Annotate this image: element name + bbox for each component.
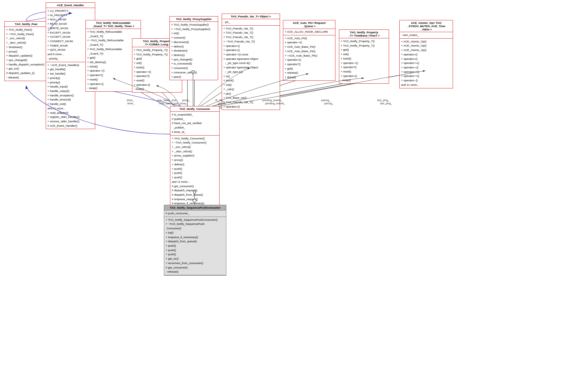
label-last-ping: last_ping_ bbox=[380, 102, 392, 105]
box-tao-notify-proxy-supplier: TAO_Notify_ProxySupplier + TAO_Notify_Pr… bbox=[169, 16, 218, 80]
box-tao-notify-peer: TAO_Notify_Peer + TAO_Notify_Peer() + ~T… bbox=[4, 21, 48, 81]
box-title-tao-notify-peer: TAO_Notify_Peer bbox=[5, 22, 48, 27]
box-section-pseudo-var-methods: + TAO_Pseudo_Var_T() + TAO_Pseudo_Var_T(… bbox=[222, 26, 280, 110]
box-title-refcountable-guard: TAO_Notify_Refcountable_Guard_T< TAO_Not… bbox=[86, 20, 141, 29]
box-title-proxy-supplier: TAO_Notify_ProxySupplier bbox=[170, 17, 218, 22]
box-title-consumer: TAO_Notify_Consumer bbox=[170, 106, 219, 112]
box-section-tao-notify-peer-methods: + TAO_Notify_Peer() + ~TAO_Notify_Peer()… bbox=[5, 27, 48, 81]
box-section-proxy-supplier-methods: + TAO_Notify_ProxySupplier() + ~TAO_Noti… bbox=[170, 22, 218, 80]
box-tao-notify-property-timebase: TAO_Notify_Property_T< TimeBase::TimeT >… bbox=[339, 29, 389, 84]
label-timer: timer_ bbox=[127, 102, 135, 105]
box-section-ace-auto-ptr-attrs: + ACE_ALLOC_HOOK_DECLARE bbox=[283, 29, 335, 35]
box-section-seq-push-consumer-attrs: # push_consumer_ bbox=[164, 210, 226, 217]
box-section-property-timebase-methods: + TAO_Notify_Property_T() + TAO_Notify_P… bbox=[339, 38, 389, 83]
box-section-ace-atomic-op-methods: + ACE_Atomic_Op() + ACE_Atomic_Op() + AC… bbox=[400, 39, 453, 88]
box-title-property-timebase: TAO_Notify_Property_T< TimeBase::TimeT > bbox=[339, 30, 389, 38]
box-section-consumer-attrs: # is_suspended_ # publish_ # have_not_ye… bbox=[170, 112, 219, 136]
label-rtt-obj: rtt_obj_ bbox=[218, 102, 227, 105]
label-pacing: pacing_ bbox=[324, 102, 334, 105]
label-proxy: proxy_ bbox=[180, 102, 188, 105]
box-section-pseudo-var-attrs: - ptr_ bbox=[222, 19, 280, 26]
label-pending-events: pending_events_ bbox=[265, 102, 286, 105]
box-section-ace-atomic-op-attrs: - own_mutex_ bbox=[400, 32, 453, 39]
box-title-ace-event-handler: ACE_Event_Handler bbox=[46, 3, 95, 8]
box-section-ace-auto-ptr-methods: + ACE_Auto_Ptr() + operator->() + ACE_Au… bbox=[283, 35, 335, 80]
svg-text:proxy_: proxy_ bbox=[182, 99, 190, 102]
box-title-sequence-push-consumer: TAO_Notify_SequencePushConsumer bbox=[164, 205, 226, 210]
box-title-ace-auto-ptr: ACE_Auto_Ptr< Request_Queue > bbox=[283, 20, 335, 29]
box-ace-auto-ptr-request-queue: ACE_Auto_Ptr< Request_Queue > + ACE_ALLO… bbox=[283, 20, 335, 81]
diagram-container: TAO_Notify_Peer + TAO_Notify_Peer() + ~T… bbox=[0, 0, 588, 374]
svg-text:timer_: timer_ bbox=[127, 99, 134, 102]
box-tao-pseudo-var-object: TAO_Pseudo_Var_T< Object > - ptr_ + TAO_… bbox=[222, 14, 280, 110]
box-ace-atomic-op: ACE_Atomic_Op< TAO_SYNCH_MUTEX, ACE_Time… bbox=[399, 20, 453, 88]
svg-text:last_ping_: last_ping_ bbox=[377, 99, 390, 102]
box-title-ace-atomic-op: ACE_Atomic_Op< TAO_SYNCH_MUTEX, ACE_Time… bbox=[400, 20, 453, 32]
box-title-pseudo-var-object: TAO_Pseudo_Var_T< Object > bbox=[222, 14, 280, 19]
svg-text:pacing_: pacing_ bbox=[321, 99, 331, 102]
box-section-seq-push-consumer-methods: + TAO_Notify_SequencePushConsumer() + ~T… bbox=[164, 217, 226, 275]
box-tao-notify-sequence-push-consumer: TAO_Notify_SequencePushConsumer # push_c… bbox=[164, 205, 226, 276]
label-max-batch-size: max_batch_size_ bbox=[159, 102, 180, 105]
svg-text:max_batch_size_: max_batch_size_ bbox=[157, 99, 178, 102]
